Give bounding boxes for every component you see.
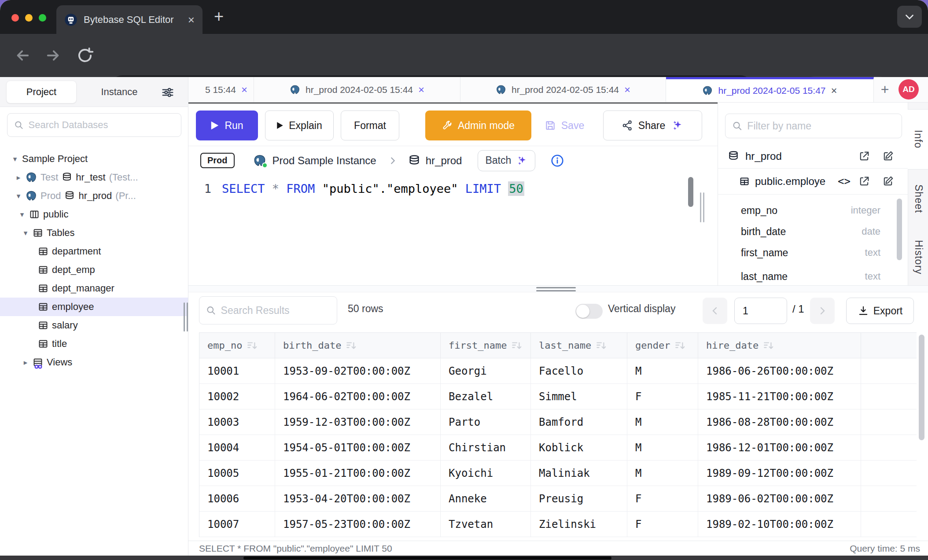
- prev-page-button[interactable]: [703, 298, 727, 324]
- external-link-icon[interactable]: [858, 175, 870, 188]
- close-icon[interactable]: ×: [418, 84, 424, 96]
- cell[interactable]: F: [627, 512, 698, 537]
- cell[interactable]: Parto: [441, 409, 531, 435]
- edit-icon[interactable]: [882, 175, 894, 188]
- cell[interactable]: 1964-06-02T00:00:00Z: [275, 384, 441, 409]
- caret-down-icon[interactable]: ▾: [18, 210, 26, 219]
- instance-name[interactable]: Prod Sample Instance: [273, 155, 376, 167]
- run-button[interactable]: Run: [196, 111, 258, 140]
- cell[interactable]: M: [627, 358, 698, 384]
- save-button[interactable]: Save: [538, 111, 591, 140]
- cell[interactable]: M: [627, 409, 698, 435]
- schema-filter-input[interactable]: [747, 120, 895, 132]
- tab-instance[interactable]: Instance: [86, 81, 152, 103]
- close-tab-icon[interactable]: ×: [188, 14, 195, 26]
- cell[interactable]: M: [627, 461, 698, 486]
- cell[interactable]: Kyoichi: [441, 461, 531, 486]
- caret-down-icon[interactable]: ▾: [15, 192, 22, 201]
- cell[interactable]: Preusig: [531, 486, 627, 512]
- schema-database-row[interactable]: hr_prod: [718, 145, 908, 168]
- cell[interactable]: 1957-05-23T00:00:00Z: [275, 512, 441, 537]
- tree-item-department[interactable]: department: [0, 242, 188, 261]
- rail-tab-history[interactable]: History: [908, 228, 928, 287]
- database-search[interactable]: [7, 113, 181, 137]
- vertical-display-toggle[interactable]: [575, 304, 603, 319]
- cell[interactable]: 1986-08-28T00:00:00Z: [698, 409, 861, 435]
- column-header[interactable]: first_name: [441, 333, 531, 358]
- info-icon[interactable]: [550, 154, 564, 168]
- cell[interactable]: F: [627, 486, 698, 512]
- tree-item-title[interactable]: title: [0, 335, 188, 353]
- cell[interactable]: 10006: [199, 486, 275, 512]
- tree-item-dept-manager[interactable]: dept_manager: [0, 279, 188, 298]
- caret-right-icon[interactable]: ▸: [22, 358, 29, 367]
- environment-badge[interactable]: Prod: [200, 153, 235, 168]
- cell[interactable]: 1985-11-21T00:00:00Z: [698, 384, 861, 409]
- cell[interactable]: Tzvetan: [441, 512, 531, 537]
- cell[interactable]: 10002: [199, 384, 275, 409]
- code-icon[interactable]: <>: [838, 175, 851, 188]
- table-scrollbar[interactable]: [919, 335, 924, 440]
- sheet-tab-4-active[interactable]: hr_prod 2024-02-05 15:47 ×: [666, 77, 874, 102]
- tab-project[interactable]: Project: [6, 81, 77, 103]
- cell[interactable]: 1959-12-03T00:00:00Z: [275, 409, 441, 435]
- format-button[interactable]: Format: [341, 111, 399, 140]
- database-name[interactable]: hr_prod: [426, 155, 462, 167]
- tab-search-button[interactable]: [897, 6, 922, 28]
- cell[interactable]: Simmel: [531, 384, 627, 409]
- sheet-tab-3[interactable]: hr_prod 2024-02-05 15:44 ×: [460, 77, 666, 102]
- tree-item-project[interactable]: ▾ Sample Project: [0, 150, 188, 168]
- cell[interactable]: F: [627, 384, 698, 409]
- bottom-scroll-thumb[interactable]: [243, 556, 611, 560]
- external-link-icon[interactable]: [858, 150, 870, 162]
- cell[interactable]: 1955-01-21T00:00:00Z: [275, 461, 441, 486]
- back-button[interactable]: [13, 46, 32, 65]
- batch-mode-button[interactable]: Batch: [478, 150, 535, 171]
- column-row[interactable]: birth_date date: [718, 221, 908, 242]
- column-header[interactable]: gender: [627, 333, 698, 358]
- column-header[interactable]: birth_date: [275, 333, 441, 358]
- cell[interactable]: 10001: [199, 358, 275, 384]
- sql-editor[interactable]: 1 SELECT * FROM "public"."employee" LIMI…: [188, 178, 717, 199]
- editor-scrollbar[interactable]: [688, 177, 693, 207]
- cell[interactable]: M: [627, 435, 698, 461]
- results-search[interactable]: [199, 296, 337, 324]
- filter-settings-button[interactable]: [161, 86, 174, 99]
- cell[interactable]: Chirstian: [441, 435, 531, 461]
- cell[interactable]: 10003: [199, 409, 275, 435]
- rail-tab-info[interactable]: Info: [908, 109, 928, 169]
- caret-down-icon[interactable]: ▾: [22, 228, 29, 238]
- tree-item-schema-public[interactable]: ▾ public: [0, 205, 188, 224]
- close-icon[interactable]: ×: [241, 84, 247, 96]
- reload-button[interactable]: [76, 46, 94, 65]
- cell[interactable]: 1986-12-01T00:00:00Z: [698, 435, 861, 461]
- explain-button[interactable]: Explain: [265, 111, 334, 140]
- column-row[interactable]: last_name text: [718, 266, 908, 285]
- rail-tab-sheet[interactable]: Sheet: [908, 169, 928, 228]
- results-search-input[interactable]: [221, 305, 331, 317]
- column-row[interactable]: emp_no integer: [718, 200, 908, 221]
- tree-item-tables[interactable]: ▾ Tables: [0, 224, 188, 242]
- new-sheet-button[interactable]: +: [874, 77, 896, 102]
- schema-filter[interactable]: [725, 114, 902, 138]
- cell[interactable]: Bezalel: [441, 384, 531, 409]
- column-header[interactable]: last_name: [531, 333, 627, 358]
- export-button[interactable]: Export: [846, 298, 914, 324]
- tree-item-views[interactable]: ▸ Views: [0, 353, 188, 372]
- schema-panel-scrollbar[interactable]: [897, 199, 902, 260]
- cell[interactable]: Georgi: [441, 358, 531, 384]
- cell[interactable]: 1953-04-20T00:00:00Z: [275, 486, 441, 512]
- panel-resize-handle[interactable]: [699, 192, 705, 222]
- next-page-button[interactable]: [810, 298, 835, 324]
- tree-item-salary[interactable]: salary: [0, 316, 188, 335]
- close-icon[interactable]: ×: [624, 84, 630, 96]
- cell[interactable]: Facello: [531, 358, 627, 384]
- cell[interactable]: 1989-02-10T00:00:00Z: [698, 512, 861, 537]
- close-window-button[interactable]: [11, 14, 19, 22]
- column-header[interactable]: emp_no: [199, 333, 275, 358]
- tree-item-hr-test[interactable]: ▸ Test hr_test (Test...: [0, 168, 188, 187]
- cell[interactable]: 10005: [199, 461, 275, 486]
- browser-tab[interactable]: Bytebase SQL Editor ×: [56, 5, 203, 34]
- cell[interactable]: Anneke: [441, 486, 531, 512]
- new-tab-button[interactable]: +: [214, 7, 224, 26]
